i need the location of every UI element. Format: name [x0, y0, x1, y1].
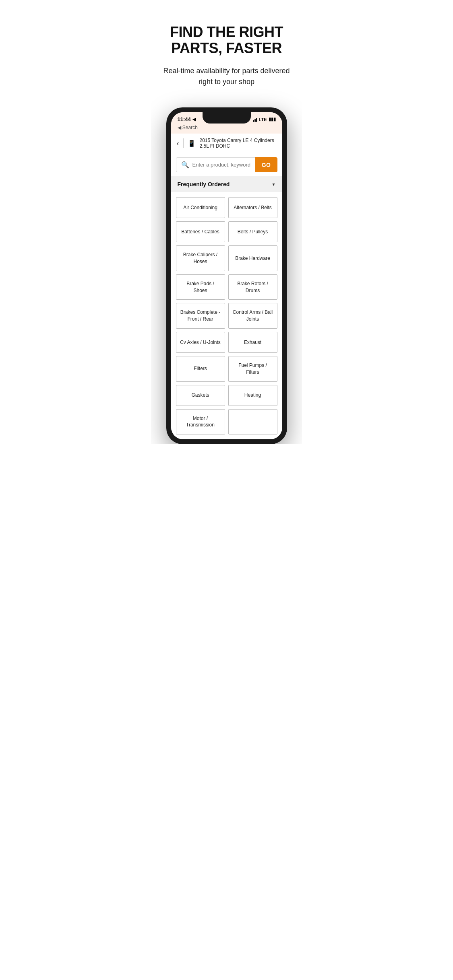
part-button[interactable]: Filters: [176, 356, 225, 382]
part-button[interactable]: Control Arms / Ball Joints: [228, 303, 277, 329]
search-icon: 🔍: [181, 161, 189, 169]
vehicle-name: 2015 Toyota Camry LE 4 Cylinders 2.5L FI…: [200, 138, 277, 149]
status-time: 11:44 ◀: [178, 116, 196, 122]
part-button[interactable]: Batteries / Cables: [176, 221, 225, 242]
part-button[interactable]: [228, 409, 277, 435]
phone-device-icon: 📱: [188, 140, 196, 147]
signal-bar-1: [253, 120, 254, 122]
phone-wrapper: 11:44 ◀ LTE ▮▮▮ ◀ Search: [151, 99, 302, 444]
phone-frame: 11:44 ◀ LTE ▮▮▮ ◀ Search: [166, 107, 287, 444]
location-icon: ◀: [192, 117, 196, 121]
part-button[interactable]: Alternators / Belts: [228, 197, 277, 218]
dropdown-arrow-icon: ▼: [272, 182, 276, 187]
part-button[interactable]: Motor / Transmission: [176, 409, 225, 435]
time-display: 11:44: [178, 116, 191, 122]
back-nav-label: ◀ Search: [178, 125, 198, 130]
phone-notch: [203, 112, 251, 124]
phone-screen: 11:44 ◀ LTE ▮▮▮ ◀ Search: [171, 112, 282, 439]
part-button[interactable]: Gaskets: [176, 385, 225, 406]
signal-bar-3: [256, 118, 257, 122]
signal-bars: [253, 117, 257, 122]
lte-label: LTE: [259, 117, 267, 122]
go-button[interactable]: GO: [255, 157, 277, 172]
frequently-ordered-header[interactable]: Frequently Ordered ▼: [171, 176, 282, 192]
vertical-divider: [183, 138, 184, 148]
signal-bar-2: [254, 119, 256, 122]
hero-title: FIND THE RIGHT PARTS, FASTER: [163, 24, 290, 56]
parts-grid: Air ConditioningAlternators / BeltsBatte…: [171, 192, 282, 439]
part-button[interactable]: Brake Hardware: [228, 245, 277, 271]
search-input-wrapper: 🔍: [176, 157, 255, 172]
part-button[interactable]: Heating: [228, 385, 277, 406]
vehicle-bar: ‹ 📱 2015 Toyota Camry LE 4 Cylinders 2.5…: [171, 134, 282, 153]
part-button[interactable]: Brake Rotors / Drums: [228, 274, 277, 300]
frequently-ordered-label: Frequently Ordered: [178, 181, 230, 187]
search-bar: 🔍 GO: [171, 153, 282, 176]
search-input[interactable]: [192, 162, 250, 168]
part-button[interactable]: Brake Calipers / Hoses: [176, 245, 225, 271]
hero-subtitle: Real-time availability for parts deliver…: [163, 66, 290, 87]
part-button[interactable]: Air Conditioning: [176, 197, 225, 218]
hero-section: FIND THE RIGHT PARTS, FASTER Real-time a…: [151, 0, 302, 99]
back-nav[interactable]: ◀ Search: [171, 124, 282, 134]
back-arrow-icon[interactable]: ‹: [177, 139, 179, 148]
part-button[interactable]: Exhaust: [228, 332, 277, 353]
part-button[interactable]: Belts / Pulleys: [228, 221, 277, 242]
battery-icon: ▮▮▮: [269, 117, 276, 122]
part-button[interactable]: Fuel Pumps / Filters: [228, 356, 277, 382]
part-button[interactable]: Cv Axles / U-Joints: [176, 332, 225, 353]
status-right: LTE ▮▮▮: [253, 117, 276, 122]
part-button[interactable]: Brake Pads / Shoes: [176, 274, 225, 300]
part-button[interactable]: Brakes Complete - Front / Rear: [176, 303, 225, 329]
